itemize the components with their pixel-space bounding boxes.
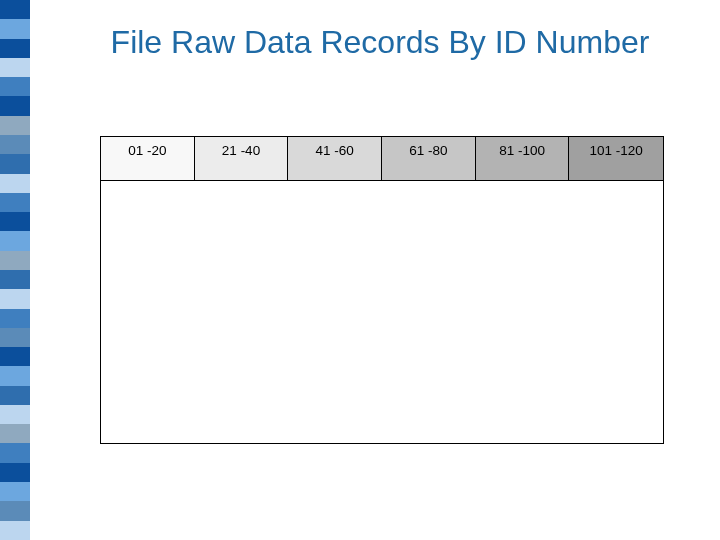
- stripe-segment: [0, 212, 30, 231]
- stripe-segment: [0, 270, 30, 289]
- tab-41-60: 41 -60: [288, 137, 382, 181]
- stripe-segment: [0, 116, 30, 135]
- stripe-segment: [0, 366, 30, 385]
- stripe-segment: [0, 501, 30, 520]
- slide: File Raw Data Records By ID Number 01 -2…: [0, 0, 720, 540]
- stripe-segment: [0, 309, 30, 328]
- stripe-segment: [0, 328, 30, 347]
- stripe-segment: [0, 96, 30, 115]
- slide-title: File Raw Data Records By ID Number: [100, 24, 660, 61]
- stripe-segment: [0, 289, 30, 308]
- decorative-left-stripe: [0, 0, 30, 540]
- stripe-segment: [0, 443, 30, 462]
- stripe-segment: [0, 347, 30, 366]
- tab-21-40: 21 -40: [195, 137, 289, 181]
- stripe-segment: [0, 424, 30, 443]
- tab-61-80: 61 -80: [382, 137, 476, 181]
- stripe-segment: [0, 0, 30, 19]
- file-box: 01 -20 21 -40 41 -60 61 -80 81 -100 101 …: [100, 136, 664, 444]
- stripe-segment: [0, 405, 30, 424]
- tab-row: 01 -20 21 -40 41 -60 61 -80 81 -100 101 …: [101, 137, 663, 181]
- stripe-segment: [0, 154, 30, 173]
- tab-01-20: 01 -20: [101, 137, 195, 181]
- tab-81-100: 81 -100: [476, 137, 570, 181]
- stripe-segment: [0, 386, 30, 405]
- stripe-segment: [0, 482, 30, 501]
- stripe-segment: [0, 77, 30, 96]
- stripe-segment: [0, 135, 30, 154]
- tab-101-120: 101 -120: [569, 137, 663, 181]
- stripe-segment: [0, 231, 30, 250]
- stripe-segment: [0, 193, 30, 212]
- stripe-segment: [0, 58, 30, 77]
- stripe-segment: [0, 521, 30, 540]
- stripe-segment: [0, 463, 30, 482]
- stripe-segment: [0, 251, 30, 270]
- stripe-segment: [0, 19, 30, 38]
- stripe-segment: [0, 174, 30, 193]
- stripe-segment: [0, 39, 30, 58]
